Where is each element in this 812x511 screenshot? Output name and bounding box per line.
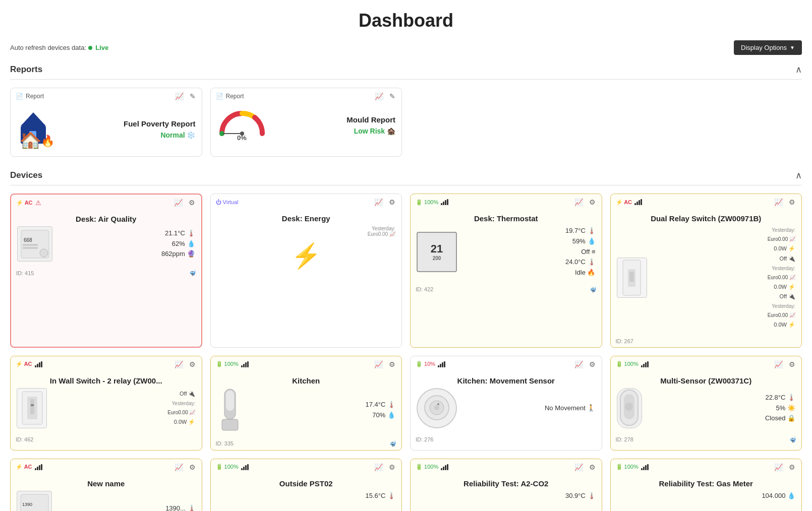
battery-low-tag: 🔋 10% — [416, 361, 435, 367]
card-body: Outside PST02 15.6°C 🌡️ — [211, 475, 402, 507]
device-image: 668 — [17, 226, 52, 262]
desk-thermostat-card: 🔋 100% 📈 ⚙ Desk: Thermostat — [410, 194, 602, 348]
devices-section-header[interactable]: Devices ∧ — [10, 165, 802, 185]
card-header-icons: 📈 ⚙ — [373, 197, 396, 207]
report-title: Mould Report — [271, 115, 396, 124]
fuel-poverty-report-card: 📄 Report 📈 ✎ — [10, 88, 202, 157]
live-status-text: Live — [95, 44, 108, 51]
settings-button[interactable]: ⚙ — [788, 359, 796, 369]
fuel-poverty-svg-icon: 🔥 🏠 — [17, 108, 57, 149]
chart-button[interactable]: 📈 — [374, 91, 384, 101]
metrics-area: Off 🔌 Yesterday: Euro0.00 📈 0.0W ⚡ — [51, 389, 196, 427]
switch-1: Off 🔌 — [651, 254, 796, 264]
card-header-left: 🔋 100% — [216, 464, 249, 470]
chart-button[interactable]: 📈 — [373, 197, 384, 207]
chart-button[interactable]: 📈 — [373, 462, 384, 472]
metrics-area: 17.4°C 🌡️ 70% 💧 — [246, 400, 396, 421]
document-icon: 📄 — [216, 93, 223, 100]
device-name: Outside PST02 — [217, 479, 396, 488]
card-body: 0% Mould Report Low Risk 🏚️ — [211, 104, 402, 148]
chart-button[interactable]: 📈 — [173, 198, 184, 208]
card-header-left: 🔋 100% — [616, 361, 649, 367]
settings-button[interactable]: ⚙ — [788, 197, 796, 207]
card-header-icons: 📈 ⚙ — [773, 197, 796, 207]
device-id: ID: 267 — [616, 338, 633, 344]
svg-rect-19 — [30, 399, 34, 414]
battery-tag: 🔋 100% — [416, 464, 438, 470]
settings-button[interactable]: ⚙ — [388, 462, 396, 472]
thermostat-image: 21200 — [417, 232, 457, 272]
svg-rect-23 — [222, 419, 238, 430]
metrics-area: 1390... 🌡️ — [56, 503, 196, 511]
alert-icon: ⚠ — [35, 199, 41, 207]
card-body: Dual Relay Switch (ZW00971B) Yesterday: — [611, 210, 802, 336]
edit-button[interactable]: ✎ — [388, 91, 396, 101]
svg-text:🏠: 🏠 — [19, 131, 42, 149]
settings-button[interactable]: ⚙ — [188, 359, 197, 369]
card-header-icons: 📈 ⚙ — [573, 359, 597, 369]
settings-button[interactable]: ⚙ — [388, 359, 396, 369]
chart-button[interactable]: 📈 — [573, 197, 584, 207]
temp-metric: 15.6°C 🌡️ — [217, 491, 396, 501]
card-header-icons: 📈 ⚙ — [373, 462, 396, 472]
settings-button[interactable]: ⚙ — [388, 197, 396, 207]
settings-button[interactable]: ⚙ — [588, 462, 597, 472]
device-name: New name — [17, 479, 196, 488]
footer-icon: 🤿 — [789, 436, 796, 443]
card-header-left: 🔋 100% — [216, 361, 249, 367]
settings-button[interactable]: ⚙ — [588, 359, 597, 369]
chart-button[interactable]: 📈 — [773, 197, 784, 207]
kitchen-card: 🔋 100% 📈 ⚙ Kitchen — [210, 356, 402, 451]
card-header: 🔋 100% 📈 ⚙ — [211, 459, 402, 475]
mould-report-card: 📄 Report 📈 ✎ — [210, 88, 402, 157]
card-body: New name 1390 1390... 🌡️ — [11, 475, 202, 511]
svg-text:🔥: 🔥 — [41, 134, 55, 148]
settings-button[interactable]: ⚙ — [588, 197, 597, 207]
card-content-split: Yesterday: Euro0.00 📈 0.0W ⚡ Off 🔌 Yeste… — [617, 226, 796, 330]
chart-button[interactable]: 📈 — [573, 462, 584, 472]
card-body: Multi-Sensor (ZW00371C) 22.8°C 🌡️ — [611, 372, 802, 434]
card-header-icons: 📈 ⚙ — [373, 359, 396, 369]
chart-button[interactable]: 📈 — [573, 359, 584, 369]
reports-grid: 📄 Report 📈 ✎ — [10, 88, 802, 157]
svg-rect-11 — [23, 244, 38, 246]
card-content-split: No Movement 🚶 — [417, 388, 596, 428]
card-content-split: 1390 1390... 🌡️ — [17, 491, 196, 511]
footer-icon: 🤿 — [389, 440, 396, 447]
chart-button[interactable]: 📈 — [173, 359, 184, 369]
metrics-area: 19.7°C 🌡️ 59% 💧 Off ≡ 24.0°C 🌡️ Idle 🔥 — [461, 226, 596, 278]
reliability-gas-card: 🔋 100% 📈 ⚙ Reliability Test: Gas Meter — [610, 459, 802, 511]
device-name: Desk: Thermostat — [417, 214, 596, 223]
svg-point-27 — [437, 403, 439, 405]
watt-2: 0.0W ⚡ — [651, 282, 796, 292]
card-header-left: 🔋 100% — [416, 199, 448, 206]
chart-button[interactable]: 📈 — [173, 462, 184, 472]
svg-text:668: 668 — [24, 237, 32, 243]
card-header-left: ⚡ AC — [16, 464, 42, 470]
card-header-icons: 📈 ⚙ — [573, 197, 597, 207]
metrics-area: No Movement 🚶 — [461, 403, 596, 414]
signal-icon — [441, 464, 448, 470]
card-header-left: ⏻ Virtual — [216, 199, 239, 205]
device-name: Reliability Test: Gas Meter — [617, 479, 796, 488]
card-header: 📄 Report 📈 ✎ — [11, 88, 202, 104]
switch-svg — [18, 389, 46, 427]
reports-section-header[interactable]: Reports ∧ — [10, 59, 802, 80]
settings-button[interactable]: ⚙ — [788, 462, 796, 472]
chart-button[interactable]: 📈 — [773, 359, 784, 369]
card-content-split: 22.8°C 🌡️ 5% ☀️ Closed 🔒 — [617, 388, 796, 428]
watt-1: 0.0W ⚡ — [651, 244, 796, 254]
switch-image — [17, 388, 47, 428]
edit-button[interactable]: ✎ — [189, 91, 197, 101]
settings-button[interactable]: ⚙ — [188, 198, 196, 208]
ac-tag: ⚡ AC — [16, 464, 32, 470]
mould-gauge-svg — [217, 108, 267, 136]
chart-button[interactable]: 📈 — [773, 462, 784, 472]
card-header-icons: 📈 ✎ — [374, 91, 396, 101]
new-name-device-img: 1390 — [17, 491, 52, 511]
settings-button[interactable]: ⚙ — [188, 462, 197, 472]
card-footer: ID: 335 🤿 — [211, 438, 402, 450]
chart-button[interactable]: 📈 — [373, 359, 384, 369]
display-options-button[interactable]: Display Options — [734, 40, 802, 55]
chart-button[interactable]: 📈 — [174, 91, 185, 101]
